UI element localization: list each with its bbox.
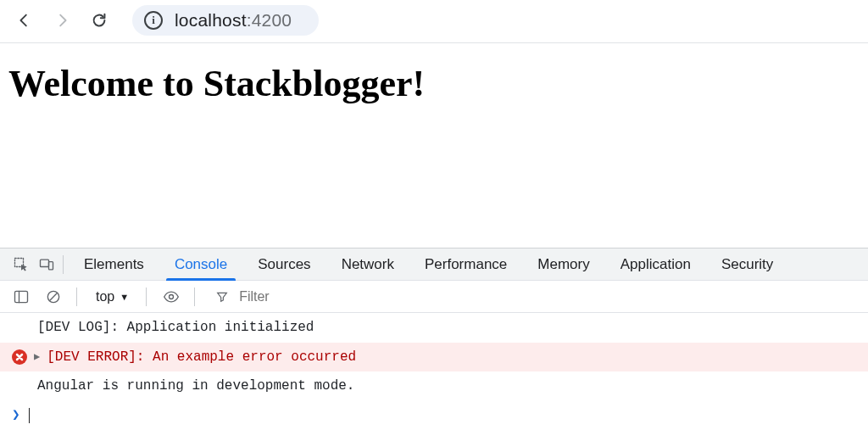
device-toolbar-icon[interactable] <box>34 252 59 277</box>
svg-rect-3 <box>15 291 28 302</box>
tab-application[interactable]: Application <box>605 249 706 281</box>
svg-rect-1 <box>41 260 49 266</box>
text-cursor <box>29 408 31 423</box>
log-row: Angular is running in development mode. <box>0 371 868 400</box>
svg-point-7 <box>170 294 174 299</box>
tab-security[interactable]: Security <box>706 249 788 281</box>
inspect-element-icon[interactable] <box>8 252 34 277</box>
page-heading: Welcome to Stackblogger! <box>8 62 860 105</box>
tab-memory[interactable]: Memory <box>522 249 604 281</box>
execution-context-selector[interactable]: top ▼ <box>89 289 136 304</box>
error-icon <box>12 349 27 365</box>
separator <box>63 255 64 274</box>
url-text: localhost:4200 <box>175 10 292 31</box>
tab-elements[interactable]: Elements <box>69 249 159 281</box>
console-log-area: [DEV LOG]: Application initialized ▶ [DE… <box>0 313 868 430</box>
log-text: [DEV LOG]: Application initialized <box>37 318 314 337</box>
filter-icon <box>215 290 229 304</box>
browser-toolbar: i localhost:4200 <box>0 0 868 43</box>
back-button[interactable] <box>12 8 37 33</box>
svg-rect-2 <box>49 262 53 270</box>
separator <box>146 288 147 306</box>
console-prompt[interactable]: ❯ <box>0 401 868 430</box>
context-label: top <box>96 289 114 304</box>
svg-line-6 <box>50 293 57 300</box>
console-filter[interactable] <box>207 288 348 305</box>
toggle-sidebar-icon[interactable] <box>8 284 34 310</box>
log-row: [DEV LOG]: Application initialized <box>0 313 868 342</box>
site-info-icon[interactable]: i <box>144 11 163 30</box>
devtools-panel: Elements Console Sources Network Perform… <box>0 248 868 430</box>
separator <box>194 288 195 306</box>
log-row-error[interactable]: ▶ [DEV ERROR]: An example error occurred <box>0 343 868 371</box>
tab-sources[interactable]: Sources <box>242 249 326 281</box>
log-text: [DEV ERROR]: An example error occurred <box>47 348 356 366</box>
expand-caret-icon[interactable]: ▶ <box>34 350 40 365</box>
page-viewport: Welcome to Stackblogger! <box>0 43 868 124</box>
address-bar[interactable]: i localhost:4200 <box>132 5 319 36</box>
prompt-chevron-icon: ❯ <box>12 406 20 425</box>
forward-button[interactable] <box>49 8 75 33</box>
separator <box>76 288 77 306</box>
caret-down-icon: ▼ <box>120 292 129 302</box>
live-expression-icon[interactable] <box>159 284 184 310</box>
reload-button[interactable] <box>86 8 112 33</box>
log-text: Angular is running in development mode. <box>37 377 354 395</box>
clear-console-icon[interactable] <box>41 284 66 310</box>
devtools-tabstrip: Elements Console Sources Network Perform… <box>0 249 868 281</box>
tab-console[interactable]: Console <box>159 249 242 281</box>
tab-network[interactable]: Network <box>326 249 409 281</box>
filter-input[interactable] <box>237 288 339 305</box>
console-toolbar: top ▼ <box>0 281 868 313</box>
tab-performance[interactable]: Performance <box>409 249 522 281</box>
